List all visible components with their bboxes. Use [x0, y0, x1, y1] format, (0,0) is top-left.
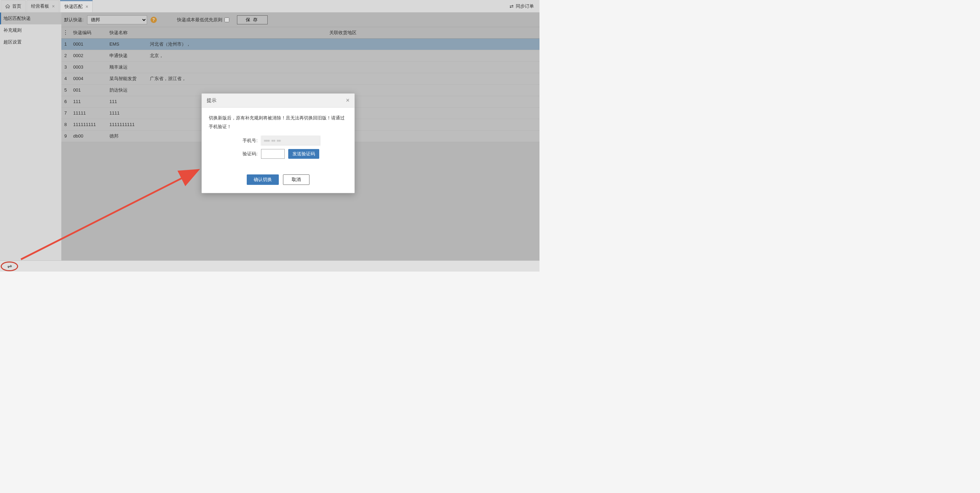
code-label: 验证码: [209, 151, 258, 157]
cancel-button[interactable]: 取消 [283, 174, 309, 185]
phone-label: 手机号: [209, 138, 258, 144]
dialog-footer: 确认切换 取消 [209, 170, 347, 189]
confirm-button[interactable]: 确认切换 [247, 174, 279, 185]
dialog-title: 提示 [207, 97, 216, 104]
dialog-body: 切换新版后，原有补充规则将被清除！且无法再切换回旧版！请通过手机验证！ 手机号:… [202, 108, 355, 193]
confirm-dialog: 提示 × 切换新版后，原有补充规则将被清除！且无法再切换回旧版！请通过手机验证！… [201, 93, 355, 193]
send-code-button[interactable]: 发送验证码 [288, 149, 319, 159]
verification-code-input[interactable] [261, 149, 285, 159]
dialog-header: 提示 × [202, 94, 355, 108]
phone-field-readonly: ••• •• •• [261, 136, 320, 146]
close-icon[interactable]: × [346, 97, 350, 104]
dialog-message: 切换新版后，原有补充规则将被清除！且无法再切换回旧版！请通过手机验证！ [209, 114, 347, 131]
